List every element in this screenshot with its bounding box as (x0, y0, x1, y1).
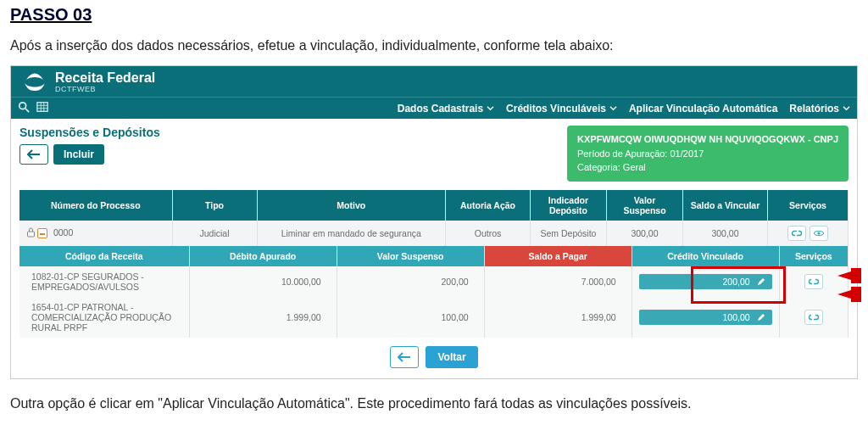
cell-sub-servicos (779, 297, 848, 338)
table-icon[interactable] (36, 101, 48, 115)
processos-table: Número do Processo Tipo Motivo Autoria A… (19, 190, 849, 246)
svg-rect-7 (28, 232, 35, 237)
cell-valor-suspenso: 300,00 (607, 221, 683, 246)
col-codigo-receita: Código da Receita (19, 246, 189, 266)
lock-icon (26, 227, 36, 239)
cell-saldo-pagar: 1.999,00 (484, 297, 632, 338)
cell-suspenso: 200,00 (337, 266, 484, 297)
left-arrow-icon (27, 149, 41, 159)
cell-servicos (768, 221, 849, 246)
brand-bar: Receita Federal DCTFWEB (11, 66, 857, 97)
link-icon[interactable] (804, 310, 823, 325)
table-row: 1654-01-CP PATRONAL - COMERCIALIZAÇÃO PR… (19, 297, 849, 338)
col-tipo: Tipo (172, 190, 257, 221)
infobox-entity: KXPFWMCQW OIWUQDHQW NH NQUVIQOGQKWX - CN… (577, 132, 838, 147)
footer-paragraph: Outra opção é clicar em "Aplicar Vincula… (10, 391, 858, 417)
cell-codigo: 1082-01-CP SEGURADOS - EMPREGADOS/AVULSO… (19, 266, 189, 297)
receitas-subtable: Código da Receita Débito Apurado Valor S… (19, 246, 849, 338)
cell-autoria: Outros (446, 221, 531, 246)
cell-credito: 200,00 (632, 266, 779, 297)
back-arrow-button[interactable] (390, 346, 419, 368)
step-title: PASSO 03 (10, 5, 858, 25)
pencil-icon[interactable] (757, 277, 765, 286)
collapse-icon[interactable] (37, 228, 47, 238)
callout-arrow-icon (837, 268, 861, 283)
receita-logo-icon (23, 71, 47, 93)
col-indicador: Indicador Depósito (531, 190, 607, 221)
search-icon[interactable] (18, 101, 30, 115)
svg-line-1 (25, 109, 29, 112)
col-sub-valor-suspenso: Valor Suspenso (337, 246, 484, 266)
col-saldo-pagar: Saldo a Pagar (484, 246, 632, 266)
col-credito-vinculado: Crédito Vinculado (632, 246, 779, 266)
context-infobox: KXPFWMCQW OIWUQDHQW NH NQUVIQOGQKWX - CN… (567, 126, 849, 182)
cell-credito: 100,00 (632, 297, 779, 338)
cell-suspenso: 100,00 (337, 297, 484, 338)
link-icon[interactable] (787, 226, 806, 241)
menu-bar: Dados Cadastrais Créditos Vinculáveis Ap… (11, 97, 857, 119)
menu-creditos-vinculaveis[interactable]: Créditos Vinculáveis (506, 103, 617, 115)
infobox-periodo: Período de Apuração: 01/2017 (577, 147, 838, 161)
svg-rect-2 (37, 103, 47, 112)
cell-saldo-pagar: 7.000,00 (484, 266, 632, 297)
cell-tipo: Judicial (172, 221, 257, 246)
svg-point-8 (818, 232, 821, 234)
left-arrow-icon (398, 352, 411, 362)
col-numero-processo: Número do Processo (19, 190, 172, 221)
brand-product: DCTFWEB (55, 85, 155, 93)
svg-point-0 (19, 103, 26, 109)
eye-icon[interactable] (810, 226, 828, 241)
col-autoria: Autoria Ação (446, 190, 531, 221)
menu-relatorios[interactable]: Relatórios (789, 103, 850, 115)
menu-aplicar-vinculacao[interactable]: Aplicar Vinculação Automática (629, 103, 777, 115)
cell-indicador: Sem Depósito (531, 221, 607, 246)
cell-debito: 10.000,00 (189, 266, 337, 297)
incluir-button[interactable]: Incluir (53, 144, 104, 165)
col-saldo-vincular: Saldo a Vincular (683, 190, 768, 221)
col-debito-apurado: Débito Apurado (189, 246, 337, 266)
infobox-categoria: Categoria: Geral (577, 160, 838, 175)
brand-name: Receita Federal (55, 71, 155, 85)
lead-paragraph: Após a inserção dos dados necessários, e… (10, 33, 858, 59)
back-arrow-button[interactable] (19, 144, 48, 165)
col-motivo: Motivo (257, 190, 446, 221)
app-screenshot: Receita Federal DCTFWEB Dados Cadastrais… (10, 65, 858, 379)
pencil-icon[interactable] (757, 313, 765, 322)
col-valor-suspenso: Valor Suspenso (607, 190, 683, 221)
table-row: 0000 Judicial Liminar em mandado de segu… (19, 221, 849, 246)
cell-saldo-vincular: 300,00 (683, 221, 768, 246)
cell-motivo: Liminar em mandado de segurança (257, 221, 446, 246)
col-servicos: Serviços (768, 190, 849, 221)
cell-codigo: 1654-01-CP PATRONAL - COMERCIALIZAÇÃO PR… (19, 297, 189, 338)
table-row: 1082-01-CP SEGURADOS - EMPREGADOS/AVULSO… (19, 266, 849, 297)
col-sub-servicos: Serviços (779, 246, 848, 266)
processo-numero: 0000 (53, 227, 73, 238)
menu-dados-cadastrais[interactable]: Dados Cadastrais (398, 103, 494, 115)
cell-debito: 1.999,00 (189, 297, 337, 338)
callout-arrow-icon (837, 287, 861, 302)
link-icon[interactable] (804, 274, 823, 289)
voltar-button[interactable]: Voltar (426, 346, 477, 368)
section-title: Suspensões e Depósitos (19, 126, 160, 139)
